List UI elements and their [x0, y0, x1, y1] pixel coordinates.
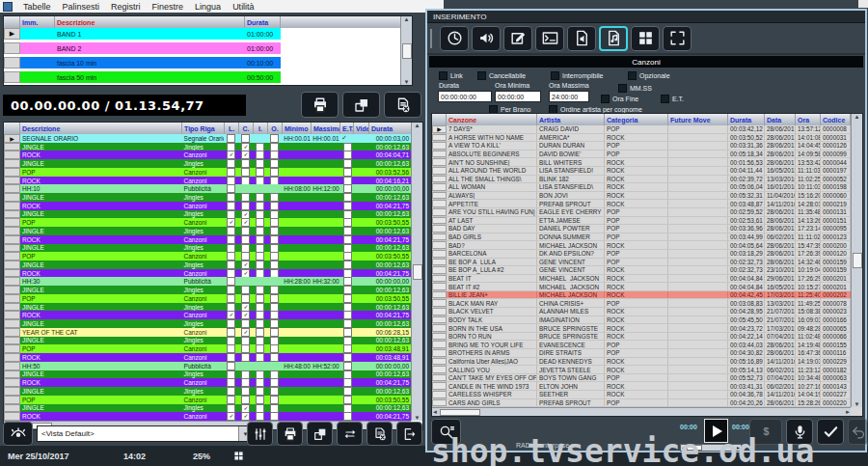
checkbox[interactable]	[241, 396, 250, 404]
checkbox[interactable]	[241, 227, 250, 235]
checkbox[interactable]	[256, 210, 264, 219]
terminal-button[interactable]	[535, 26, 564, 51]
checkbox[interactable]	[270, 370, 279, 379]
checkbox[interactable]	[241, 159, 250, 168]
ora-massima-field[interactable]: 24:00:00	[549, 91, 589, 102]
checkbox[interactable]	[270, 404, 279, 413]
playlist-row[interactable]: HH:50 Pubblicità HH:48:00 HH:52:00 00:00…	[4, 362, 411, 370]
song-row[interactable]: AIN'T NO SUNSHINE|BILL WHITERSROCK00:01:…	[432, 158, 851, 167]
col-durata[interactable]: Durata	[728, 114, 765, 125]
checkbox[interactable]: ✓	[241, 328, 250, 337]
checkbox[interactable]	[227, 227, 235, 235]
checkbox[interactable]	[343, 286, 352, 294]
checkbox[interactable]	[343, 294, 352, 303]
checkbox[interactable]	[227, 396, 235, 404]
song-row[interactable]: BEAT IT #2MICHAEL_JACKSONROCK00:04:04,84…	[432, 283, 851, 291]
checkbox[interactable]: ✓	[227, 151, 235, 159]
checkbox[interactable]	[241, 244, 250, 253]
checkbox[interactable]	[241, 177, 250, 185]
song-row[interactable]: BORN IN THE USABRUCE SPRINGSTEROCK00:04:…	[432, 324, 851, 333]
song-row[interactable]: BROTHERS IN ARMSDIRE STRAITSPOP00:04:30,…	[432, 349, 851, 358]
checkbox[interactable]	[270, 235, 279, 244]
playlist-row[interactable]: ROCK Canzoni ✓ 00:04:21,75	[4, 269, 411, 278]
col-durata[interactable]: Durata	[245, 16, 281, 28]
checkbox[interactable]	[270, 344, 279, 353]
song-row[interactable]: BLACK VELVETALANNAH MILESROCK00:04:28,95…	[432, 308, 851, 316]
checkbox[interactable]: ✓	[241, 260, 250, 269]
checkbox[interactable]	[270, 286, 279, 294]
col-canzone[interactable]: Canzone	[447, 114, 537, 125]
song-row[interactable]: ARE YOU STILL HAVING FUN|EAGLE EYE CHERR…	[432, 208, 851, 217]
checkbox[interactable]	[241, 235, 250, 244]
checkbox[interactable]	[256, 252, 264, 260]
checkbox[interactable]	[343, 177, 352, 185]
checkbox[interactable]	[227, 370, 235, 379]
song-row[interactable]: BEAT ITMICHAEL_JACKSONROCK00:04:04,8429/…	[432, 275, 851, 284]
song-row[interactable]: BE BOP A_LULA #2GENE VINCENTROCK00:02:32…	[432, 266, 851, 275]
menu-finestre[interactable]: Finestre	[147, 2, 190, 12]
checkbox[interactable]	[227, 286, 235, 294]
playlist-row[interactable]: JINGLE Jingles 00:00:12,63	[4, 193, 411, 202]
delete-doc-button[interactable]	[384, 92, 421, 118]
checkbox[interactable]	[270, 252, 279, 260]
col-c[interactable]: C.	[239, 123, 254, 134]
checkbox[interactable]	[227, 328, 235, 337]
song-row[interactable]: AT LASTETTA JAMESEPOP00:02:53,6128/06/20…	[432, 217, 851, 226]
checkbox[interactable]	[256, 159, 264, 168]
col-imm[interactable]: Imm.	[20, 16, 55, 28]
export-button[interactable]	[342, 92, 380, 118]
grid-button[interactable]	[631, 26, 660, 51]
playlist-row[interactable]: HH:10 Pubblicità HH:08:00 HH:12:00 00:00…	[4, 184, 411, 193]
playlist-row[interactable]: JINGLE Jingles ✓ 00:00:12,63	[4, 404, 411, 413]
checkbox[interactable]	[343, 370, 352, 379]
checkbox[interactable]: ✓	[241, 303, 250, 312]
view-combo[interactable]: <Vista Default> ▼	[37, 425, 253, 442]
checkbox[interactable]	[270, 151, 279, 159]
song-row[interactable]: APPETITEPREFAB SPROUTROCK00:03:48,8714/1…	[432, 200, 851, 208]
band-row[interactable]: ▶ BAND 1 01:00:00	[4, 28, 400, 42]
checkbox[interactable]	[227, 378, 235, 387]
ora-fine-checkbox[interactable]: Ora Fine	[601, 95, 638, 103]
checkbox[interactable]	[270, 210, 279, 219]
checkbox[interactable]	[270, 269, 279, 278]
checkbox[interactable]	[256, 218, 264, 227]
view-button[interactable]	[3, 422, 33, 446]
interrompibile-checkbox[interactable]: Interrompibile	[551, 71, 603, 80]
checkbox[interactable]	[270, 412, 279, 421]
checkbox[interactable]	[256, 396, 264, 404]
delete-doc-button[interactable]	[366, 422, 393, 446]
checkbox[interactable]: ✓	[227, 311, 235, 319]
menu-registri[interactable]: Registri	[105, 2, 147, 12]
checkbox[interactable]	[343, 210, 352, 219]
inserimento-titlebar[interactable]: INSERIMENTO	[427, 11, 865, 23]
checkbox[interactable]	[270, 260, 279, 269]
checkbox[interactable]	[343, 412, 352, 421]
checkbox[interactable]	[270, 193, 279, 202]
checkbox[interactable]	[256, 353, 264, 362]
song-row[interactable]: BAD GIRLSDONNA SUMMERPOP00:03:44,9906/02…	[432, 233, 851, 242]
playlist-row[interactable]: JINGLE Jingles ✓ 00:00:12,63	[4, 143, 411, 151]
checkbox[interactable]	[227, 319, 235, 328]
mixer-button[interactable]	[247, 422, 273, 446]
playlist-row[interactable]: POP Canzoni 00:03:52,56	[4, 168, 411, 177]
checkbox[interactable]	[227, 362, 235, 370]
checkbox[interactable]	[256, 387, 264, 396]
checkbox[interactable]: ✓	[241, 210, 250, 219]
checkbox[interactable]	[343, 260, 352, 269]
playlist-row[interactable]: ROCK Canzoni 00:03:48,91	[4, 353, 411, 362]
playlist-row[interactable]: JINGLE Jingles 00:00:12,63	[4, 337, 411, 345]
menu-tabelle[interactable]: Tabelle	[17, 2, 57, 12]
checkbox[interactable]	[270, 143, 279, 151]
songs-hscrollbar[interactable]: ◄►	[432, 407, 851, 416]
checkbox[interactable]	[270, 168, 279, 177]
checkbox[interactable]	[343, 143, 352, 151]
col-video[interactable]: Video	[354, 123, 369, 134]
menu-lingua[interactable]: Lingua	[189, 2, 227, 12]
menu-palinsesti[interactable]: Palinsesti	[57, 2, 106, 12]
checkbox[interactable]	[241, 387, 250, 396]
song-row[interactable]: California Uber Alles|JAODEAD KENNEDYSRO…	[432, 358, 851, 367]
checkbox[interactable]	[227, 193, 235, 202]
song-row[interactable]: BRING ME TO YOUR LIFEEVANESCENCEPOP00:03…	[432, 341, 851, 349]
playlist-row[interactable]: HH:30 Pubblicità HH:28:00 HH:32:00 00:00…	[4, 277, 411, 286]
playlist-row[interactable]: ROCK Canzoni ✓✓ 00:04:21,75	[4, 311, 411, 319]
